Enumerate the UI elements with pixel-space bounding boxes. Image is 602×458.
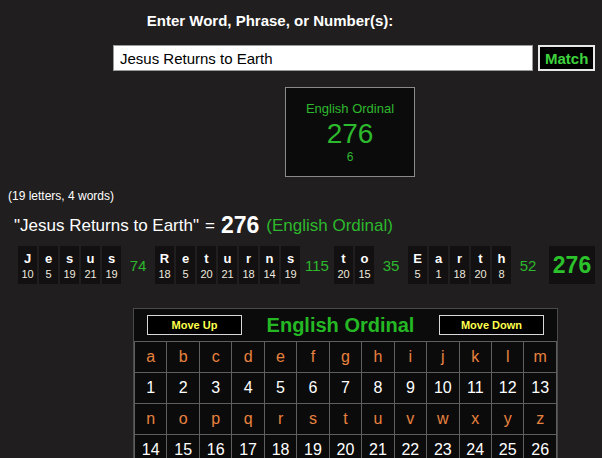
grid-letter-cell: q [232,404,264,435]
breakdown-letter-value: 19 [63,267,75,281]
breakdown-letter-cell: s19 [102,246,121,284]
breakdown-letter: u [224,250,232,267]
grid-letter-cell: e [264,342,296,373]
grid-letter-cell: j [427,342,459,373]
breakdown-letter-cell: e5 [39,246,58,284]
breakdown-letter: a [435,250,442,267]
breakdown-letter: s [108,250,115,267]
grid-letter-cell: r [264,404,296,435]
breakdown-letter: J [24,250,31,267]
breakdown-letter: h [498,250,506,267]
breakdown-letter-cell: e5 [176,246,195,284]
equation-phrase: "Jesus Returns to Earth" [14,216,199,236]
cipher-grid: abcdefghijklm12345678910111213nopqrstuvw… [134,341,557,458]
grid-letter-cell: k [459,342,491,373]
breakdown-word-sum: 115 [302,246,332,284]
grid-letter-cell: p [199,404,231,435]
breakdown-letter: u [87,250,95,267]
grid-value-cell: 7 [329,373,361,404]
cipher-name: English Ordinal [286,101,414,116]
grid-value-cell: 23 [427,435,459,458]
breakdown-letter-cell: r18 [450,246,469,284]
letters-words-count: (19 letters, 4 words) [8,189,602,203]
grid-letter-cell: c [199,342,231,373]
match-button[interactable]: Match [538,45,595,71]
grid-letter-cell: g [329,342,361,373]
grid-letter-cell: x [459,404,491,435]
grid-value-cell: 22 [394,435,426,458]
grid-letter-cell: i [394,342,426,373]
grid-value-cell: 24 [459,435,491,458]
grid-value-cell: 25 [491,435,523,458]
breakdown-letter-value: 5 [182,267,188,281]
grid-value-cell: 16 [199,435,231,458]
breakdown-letter-value: 10 [21,267,33,281]
breakdown-letter-value: 8 [498,267,504,281]
breakdown-letter-value: 20 [474,267,486,281]
grid-letter-cell: m [524,342,557,373]
phrase-input[interactable] [113,45,533,71]
grid-value-cell: 14 [135,435,167,458]
grid-letter-cell: n [135,404,167,435]
breakdown-letter: r [457,250,462,267]
breakdown-letter-cell: u21 [218,246,237,284]
grid-value-cell: 12 [491,373,523,404]
breakdown-letter-cell: t20 [197,246,216,284]
breakdown-letter-value: 19 [105,267,117,281]
breakdown-letter-cell: a1 [429,246,448,284]
grid-letter-cell: l [491,342,523,373]
grid-letter-cell: w [427,404,459,435]
grid-letter-cell: b [167,342,199,373]
breakdown-letter-value: 14 [263,267,275,281]
breakdown-letter-value: 20 [200,267,212,281]
grid-value-cell: 5 [264,373,296,404]
breakdown-letter: E [413,250,422,267]
cipher-reduced-value: 6 [286,150,414,164]
breakdown-letter-value: 21 [84,267,96,281]
breakdown-word-sum: 74 [123,246,153,284]
breakdown-letter: r [246,250,251,267]
cipher-result-box[interactable]: English Ordinal 276 6 [285,87,415,177]
move-up-button[interactable]: Move Up [147,315,242,335]
grid-value-cell: 17 [232,435,264,458]
grid-value-cell: 4 [232,373,264,404]
breakdown-letter-cell: s19 [281,246,300,284]
breakdown-letter-cell: s19 [60,246,79,284]
breakdown-letter-cell: t20 [471,246,490,284]
grid-value-cell: 18 [264,435,296,458]
breakdown-letter-value: 5 [414,267,420,281]
grid-letter-cell: t [329,404,361,435]
grid-letter-cell: y [491,404,523,435]
grid-letter-cell: a [135,342,167,373]
cipher-table-title: English Ordinal [267,314,415,337]
grid-value-cell: 9 [394,373,426,404]
letter-breakdown-row: J10e5s19u21s1974R18e5t20u21r18n14s19115t… [18,246,602,284]
breakdown-letter-value: 19 [284,267,296,281]
cipher-table-header: Move Up English Ordinal Move Down [134,309,557,341]
grid-value-cell: 21 [362,435,394,458]
breakdown-letter: n [266,250,274,267]
breakdown-letter: R [160,250,169,267]
equals-sign: = [205,216,215,236]
grid-value-cell: 20 [329,435,361,458]
grid-value-cell: 10 [427,373,459,404]
breakdown-letter-cell: t20 [334,246,353,284]
breakdown-letter-value: 18 [453,267,465,281]
grid-value-cell: 1 [135,373,167,404]
grid-value-cell: 6 [297,373,329,404]
breakdown-letter: e [182,250,189,267]
move-down-button[interactable]: Move Down [439,315,544,335]
search-bar: Match [113,45,602,71]
grid-letter-cell: h [362,342,394,373]
grid-letter-cell: f [297,342,329,373]
grid-value-cell: 26 [524,435,557,458]
breakdown-total: 276 [549,246,595,284]
breakdown-letter: o [361,250,369,267]
breakdown-letter-value: 18 [242,267,254,281]
grid-value-cell: 8 [362,373,394,404]
breakdown-letter-cell: J10 [18,246,37,284]
breakdown-letter-cell: r18 [239,246,258,284]
breakdown-word: t20o15 [334,246,374,284]
breakdown-letter: e [45,250,52,267]
breakdown-letter-value: 21 [221,267,233,281]
